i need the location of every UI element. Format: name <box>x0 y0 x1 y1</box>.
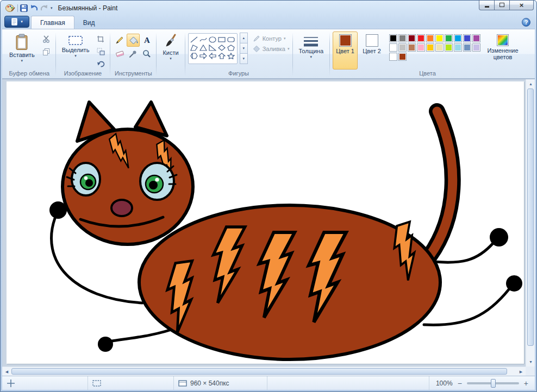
palette-color[interactable] <box>389 53 397 61</box>
qat-customize-button[interactable]: ▾ <box>51 3 53 13</box>
vertical-scrollbar-thumb[interactable] <box>527 88 534 346</box>
palette-color[interactable] <box>445 43 453 52</box>
tab-view[interactable]: Вид <box>74 16 104 29</box>
edit-colors-button[interactable]: Изменение цветов <box>483 31 522 69</box>
shape-rounded-rectangle[interactable] <box>227 35 236 43</box>
shape-curve[interactable] <box>199 35 208 43</box>
shape-polygon[interactable] <box>190 43 199 52</box>
fill-tool[interactable] <box>127 34 140 47</box>
horizontal-scrollbar[interactable]: ◀ ▶ <box>2 366 526 376</box>
cut-button[interactable] <box>40 34 53 45</box>
tab-home[interactable]: Главная <box>31 16 74 29</box>
gallery-down-button[interactable]: ▾ <box>240 43 248 54</box>
scrollbar-corner <box>526 366 535 376</box>
palette-color[interactable] <box>398 34 407 42</box>
palette-color[interactable] <box>408 43 416 52</box>
gallery-up-button[interactable]: ▴ <box>240 33 248 43</box>
palette-color[interactable] <box>463 34 471 42</box>
copy-button[interactable] <box>40 46 53 57</box>
shape-arrow-up[interactable] <box>217 52 227 60</box>
minimize-button[interactable] <box>479 0 495 10</box>
app-menu-button[interactable]: ▾ <box>4 16 29 28</box>
rotate-icon <box>97 60 105 68</box>
palette-color[interactable] <box>472 43 480 52</box>
text-tool[interactable]: A <box>140 34 153 47</box>
eraser-tool[interactable] <box>113 47 126 60</box>
palette-color[interactable] <box>417 43 425 52</box>
magnifier-tool[interactable] <box>140 47 153 60</box>
brushes-button[interactable]: Кисти ▾ <box>159 31 182 69</box>
shape-diamond[interactable] <box>217 43 227 52</box>
line-thickness-icon <box>303 36 319 47</box>
scroll-right-button[interactable]: ▶ <box>516 367 526 376</box>
shape-hexagon[interactable] <box>190 52 199 60</box>
palette-color[interactable] <box>389 43 397 52</box>
select-button[interactable]: Выделить ▾ <box>59 31 93 69</box>
shape-star[interactable] <box>227 52 236 60</box>
window-title: Безымянный - Paint <box>58 4 118 12</box>
chevron-down-icon: ▾ <box>74 54 77 58</box>
maximize-icon <box>499 3 504 7</box>
palette-color[interactable] <box>463 43 471 52</box>
paste-button[interactable]: Вставить ▾ <box>6 31 38 69</box>
help-icon[interactable]: ? <box>522 18 530 27</box>
palette-color[interactable] <box>435 34 444 42</box>
palette-color[interactable] <box>472 34 480 42</box>
palette-color[interactable] <box>408 34 416 42</box>
maximize-button[interactable] <box>494 0 510 10</box>
group-clipboard: Вставить ▾ Буфер обмена <box>3 30 55 78</box>
drawing-canvas[interactable] <box>7 81 524 364</box>
palette-color[interactable] <box>398 53 407 61</box>
zoom-out-button[interactable]: − <box>458 379 462 388</box>
redo-button[interactable] <box>40 3 48 13</box>
copy-icon <box>42 48 50 55</box>
color1-button[interactable]: Цвет 1 <box>333 31 358 69</box>
crop-button[interactable] <box>94 34 107 45</box>
shape-arrow-left[interactable] <box>208 52 217 60</box>
shape-line[interactable] <box>190 35 199 43</box>
ribbon: Вставить ▾ Буфер обмена Выд <box>2 29 535 79</box>
outline-button[interactable]: Контур ▾ <box>253 35 290 42</box>
shape-pentagon[interactable] <box>227 43 236 52</box>
palette-color[interactable] <box>454 43 462 52</box>
palette-color[interactable] <box>435 43 444 52</box>
shape-oval[interactable] <box>208 35 217 43</box>
undo-button[interactable] <box>30 3 38 13</box>
palette-color[interactable] <box>389 34 397 42</box>
save-button[interactable] <box>20 3 28 13</box>
palette-color[interactable] <box>417 34 425 42</box>
canvas-size-indicator: 960 × 540пкс <box>174 376 267 390</box>
shape-rectangle[interactable] <box>217 35 227 43</box>
shape-arrow-right[interactable] <box>199 52 208 60</box>
horizontal-scrollbar-thumb[interactable] <box>11 368 507 375</box>
size-button[interactable]: Толщина ▾ <box>296 31 327 69</box>
shape-triangle[interactable] <box>199 43 208 52</box>
color-picker-tool[interactable] <box>127 47 140 60</box>
palette-color[interactable] <box>426 34 434 42</box>
scroll-down-button[interactable]: ▼ <box>526 357 535 366</box>
shape-fill-button[interactable]: Заливка ▾ <box>253 45 290 52</box>
vertical-scrollbar[interactable]: ▲ ▼ <box>526 79 535 366</box>
close-button[interactable]: × <box>509 0 534 10</box>
group-size: Толщина ▾ <box>293 30 330 78</box>
scroll-up-button[interactable]: ▲ <box>526 79 535 88</box>
palette-color[interactable] <box>426 43 434 52</box>
palette-color[interactable] <box>398 43 407 52</box>
pencil-tool[interactable] <box>113 34 126 47</box>
zoom-in-button[interactable]: + <box>524 379 528 388</box>
rotate-button[interactable] <box>94 59 107 69</box>
color2-button[interactable]: Цвет 2 <box>359 31 384 69</box>
scroll-left-button[interactable]: ◀ <box>2 367 11 376</box>
canvas-drawing[interactable] <box>7 81 524 364</box>
chevron-down-icon: ▾ <box>170 57 172 60</box>
selection-rect-icon <box>68 36 83 46</box>
zoom-slider[interactable] <box>467 382 519 384</box>
palette-color[interactable] <box>445 34 453 42</box>
resize-button[interactable] <box>94 46 107 57</box>
palette-color[interactable] <box>454 34 462 42</box>
zoom-slider-thumb[interactable] <box>491 379 496 388</box>
shape-right-triangle[interactable] <box>208 43 217 52</box>
gallery-expand-button[interactable]: ▾ <box>240 53 248 64</box>
paste-label: Вставить <box>9 52 35 58</box>
paint-app-icon[interactable] <box>5 3 15 13</box>
